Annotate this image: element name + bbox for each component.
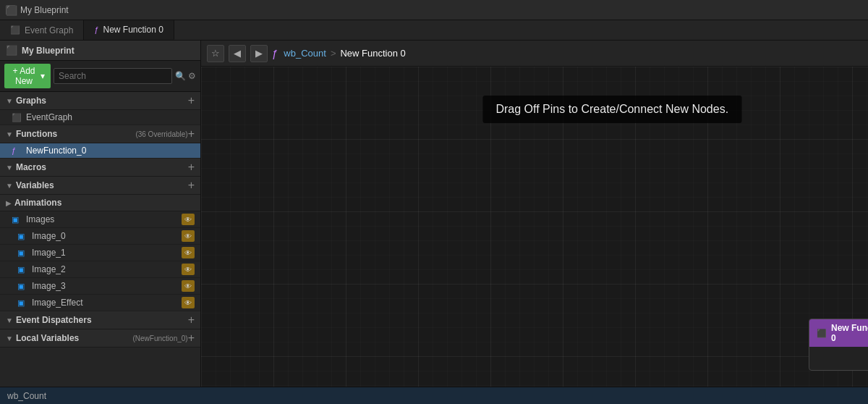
forward-button[interactable]: ▶ [250,45,268,62]
local-variables-label: Local Variables [16,333,130,343]
sidebar-item-image-0[interactable]: ▣ Image_0 👁 [0,228,200,245]
tab-new-function-0[interactable]: ƒ New Function 0 [84,20,174,40]
add-new-arrow: ▾ [41,71,45,81]
breadcrumb: ƒ wb_Count > New Function 0 [272,47,406,59]
image-effect-label: Image_Effect [32,298,177,308]
sidebar: ⬛ My Blueprint + Add New ▾ 🔍 ⚙ ▼ Graphs … [0,41,201,387]
variables-section-label: Variables [16,180,188,190]
graphs-add-button[interactable]: + [188,95,195,106]
animations-section-label: Animations [14,198,195,208]
variables-arrow-icon: ▼ [6,182,13,190]
sidebar-item-image-3[interactable]: ▣ Image_3 👁 [0,278,200,295]
breadcrumb-func-icon: ƒ [272,47,278,59]
sidebar-header: ⬛ My Blueprint [0,41,200,61]
search-input[interactable] [54,68,172,84]
functions-add-button[interactable]: + [188,128,195,140]
tab-new-function-label: New Function 0 [103,25,163,35]
back-button[interactable]: ◀ [229,45,246,62]
function-node-header: ⬛ New Function 0 [809,319,868,347]
status-text: wb_Count [7,391,46,401]
section-variables[interactable]: ▼ Variables + [0,177,200,195]
main-area: ⬛ My Blueprint + Add New ▾ 🔍 ⚙ ▼ Graphs … [0,41,868,387]
add-new-button[interactable]: + Add New ▾ [4,64,51,88]
event-graph-label: EventGraph [26,112,195,122]
tab-event-graph[interactable]: ⬛ Event Graph [0,20,84,40]
hint-box: Drag Off Pins to Create/Connect New Node… [482,96,741,123]
node-header-title: New Function 0 [831,323,868,343]
section-event-dispatchers[interactable]: ▼ Event Dispatchers + [0,311,200,329]
macros-add-button[interactable]: + [188,161,195,173]
search-magnify-icon[interactable]: 🔍 [175,71,186,81]
image-2-label: Image_2 [32,264,177,274]
graph-canvas[interactable]: Drag Off Pins to Create/Connect New Node… [201,67,868,387]
graphs-section-label: Graphs [16,96,188,106]
sidebar-item-new-function-0[interactable]: ƒ NewFunction_0 [0,143,200,159]
image-0-icon: ▣ [17,232,27,241]
section-animations[interactable]: ▶ Animations [0,195,200,211]
function-node-body: ▷ [809,347,868,370]
sidebar-item-image-2[interactable]: ▣ Image_2 👁 [0,261,200,278]
functions-section-label: Functions [16,129,132,139]
hint-text: Drag Off Pins to Create/Connect New Node… [495,103,728,115]
sidebar-item-images[interactable]: ▣ Images 👁 [0,211,200,228]
breadcrumb-separator: > [331,48,336,59]
graph-area: ☆ ◀ ▶ ƒ wb_Count > New Function 0 Drag O… [201,41,868,387]
functions-badge: (36 Overridable) [135,130,187,138]
sidebar-item-event-graph[interactable]: ⬛ EventGraph [0,110,200,125]
image-3-eye-icon[interactable]: 👁 [182,280,195,292]
image-3-label: Image_3 [32,281,177,291]
blueprint-icon: ⬛ [6,5,16,15]
image-effect-eye-icon[interactable]: 👁 [182,297,195,308]
search-icons: 🔍 ⚙ [175,71,196,81]
node-header-icon: ⬛ [817,329,827,338]
event-dispatchers-add-button[interactable]: + [188,314,195,326]
image-0-eye-icon[interactable]: 👁 [182,230,195,242]
section-local-variables[interactable]: ▼ Local Variables (NewFunction_0) + [0,329,200,348]
functions-arrow-icon: ▼ [6,130,13,138]
new-function-icon: ƒ [12,146,22,155]
sidebar-item-image-effect[interactable]: ▣ Image_Effect 👁 [0,295,200,311]
image-2-eye-icon[interactable]: 👁 [182,264,195,275]
title-bar: ⬛ My Blueprint [0,0,868,20]
image-0-label: Image_0 [32,231,177,241]
images-icon: ▣ [12,215,22,224]
function-node[interactable]: ⬛ New Function 0 ▷ [809,319,868,371]
event-dispatchers-label: Event Dispatchers [16,315,188,325]
section-functions[interactable]: ▼ Functions (36 Overridable) + [0,125,200,143]
tab-event-graph-label: Event Graph [25,25,73,35]
tab-event-graph-icon: ⬛ [10,25,20,35]
section-graphs[interactable]: ▼ Graphs + [0,92,200,110]
image-1-label: Image_1 [32,248,177,258]
tab-new-function-icon: ƒ [94,25,98,34]
sidebar-item-image-1[interactable]: ▣ Image_1 👁 [0,245,200,261]
search-options-icon[interactable]: ⚙ [188,71,196,81]
local-variables-add-button[interactable]: + [188,332,195,344]
graphs-arrow-icon: ▼ [6,97,13,105]
variables-add-button[interactable]: + [188,180,195,191]
images-label: Images [26,214,177,224]
add-new-label: + Add New [10,66,38,86]
section-macros[interactable]: ▼ Macros + [0,159,200,177]
sidebar-header-title: My Blueprint [22,46,75,56]
image-1-eye-icon[interactable]: 👁 [182,247,195,258]
image-2-icon: ▣ [17,265,27,274]
images-eye-icon[interactable]: 👁 [182,214,195,225]
sidebar-header-icon: ⬛ [6,45,17,56]
image-effect-icon: ▣ [17,298,27,308]
event-dispatchers-arrow-icon: ▼ [6,316,13,324]
breadcrumb-parent[interactable]: wb_Count [284,48,326,59]
macros-arrow-icon: ▼ [6,164,13,172]
bookmark-button[interactable]: ☆ [207,45,224,62]
tab-bar: ⬛ Event Graph ƒ New Function 0 [0,20,868,41]
local-variables-badge: (NewFunction_0) [133,334,188,342]
toolbar-row: + Add New ▾ 🔍 ⚙ [0,61,200,92]
animations-arrow-icon: ▶ [6,199,12,207]
local-variables-arrow-icon: ▼ [6,334,13,342]
graph-toolbar: ☆ ◀ ▶ ƒ wb_Count > New Function 0 [201,41,868,67]
sidebar-content: ▼ Graphs + ⬛ EventGraph ▼ Functions (36 … [0,92,200,387]
image-1-icon: ▣ [17,248,27,258]
macros-section-label: Macros [16,162,188,172]
event-graph-icon: ⬛ [12,113,22,122]
title-bar-text: My Blueprint [20,5,69,15]
image-3-icon: ▣ [17,282,27,291]
